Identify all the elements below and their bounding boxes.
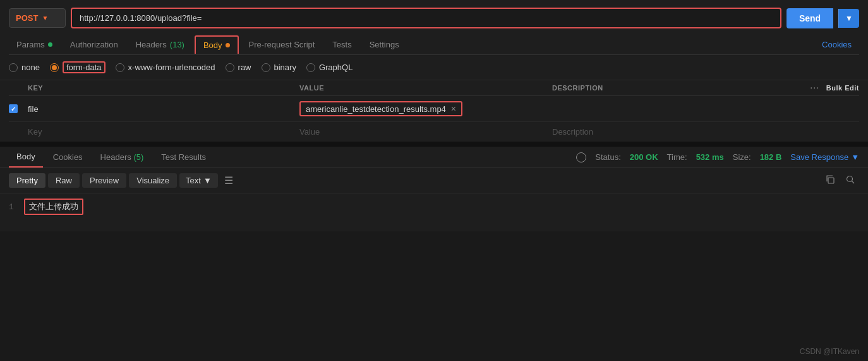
col-key: KEY [28,84,299,92]
description-placeholder[interactable]: Description [552,127,809,137]
radio-none-circle [9,63,18,72]
size-label: Size: [733,152,751,162]
res-tab-headers[interactable]: Headers (5) [93,147,152,167]
col-description: DESCRIPTION [552,84,809,92]
visualize-button[interactable]: Visualize [129,173,177,188]
url-row: POST ▼ Send ▼ [9,8,859,28]
radio-graphql[interactable]: GraphQL [306,63,353,72]
radio-form-data-circle [50,63,59,72]
radio-none[interactable]: none [9,63,40,72]
svg-point-1 [847,176,853,182]
value-clear-icon[interactable]: × [451,104,456,114]
time-label: Time: [667,152,687,162]
res-tab-test-results[interactable]: Test Results [154,147,214,167]
col-check [9,84,28,92]
radio-urlencoded-circle [116,63,124,72]
time-value: 532 ms [696,152,724,162]
response-text-1: 文件上传成功 [24,199,83,215]
table-row: file americanlie_testdetection_results.m… [9,96,859,122]
send-dropdown-button[interactable]: ▼ [838,9,859,28]
line-number-1: 1 [9,202,14,212]
row-checkbox[interactable] [9,104,28,113]
radio-urlencoded[interactable]: x-www-form-urlencoded [116,63,215,72]
format-type-dropdown[interactable]: Text ▼ [179,173,218,188]
watermark: CSDN @ITKaven [800,347,859,356]
send-button[interactable]: Send [787,8,833,28]
radio-form-data[interactable]: form-data [50,61,105,73]
save-response-chevron-icon: ▼ [851,152,859,162]
row-value-cell[interactable]: americanlie_testdetection_results.mp4 × [299,101,552,116]
col-value: VALUE [299,84,552,92]
request-tabs: Params Authorization Headers (13) Body P… [9,35,859,55]
value-placeholder[interactable]: Value [299,127,552,137]
res-tab-cookies[interactable]: Cookies [45,147,90,167]
body-dot [226,43,230,47]
cookies-link[interactable]: Cookies [814,35,859,54]
method-chevron-icon: ▼ [42,15,48,21]
copy-icon[interactable] [821,172,839,189]
preview-button[interactable]: Preview [82,173,126,188]
method-label: POST [16,13,38,23]
checkbox-checked[interactable] [9,104,18,113]
raw-button[interactable]: Raw [48,173,80,188]
pretty-button[interactable]: Pretty [9,173,45,188]
svg-line-2 [852,181,855,184]
radio-binary-circle [262,63,270,72]
tab-params[interactable]: Params [9,35,60,54]
table-header: KEY VALUE DESCRIPTION ··· Bulk Edit [9,80,859,96]
tab-settings[interactable]: Settings [362,35,407,54]
response-tabs-row: Body Cookies Headers (5) Test Results St… [0,147,868,168]
col-actions: ··· Bulk Edit [809,84,859,92]
radio-raw[interactable]: raw [226,63,251,72]
tab-body[interactable]: Body [195,35,239,54]
globe-icon [576,152,586,162]
body-type-row: none form-data x-www-form-urlencoded raw… [0,55,868,80]
status-label: Status: [595,152,620,162]
response-body: 1 文件上传成功 [0,193,868,231]
format-chevron-icon: ▼ [203,176,212,185]
row-key-cell[interactable]: file [28,104,299,114]
url-input[interactable] [71,8,781,28]
bulk-edit-button[interactable]: Bulk Edit [826,84,859,92]
tab-headers[interactable]: Headers (13) [128,35,192,54]
more-options-icon[interactable]: ··· [811,84,820,92]
save-response-button[interactable]: Save Response ▼ [790,152,859,162]
response-line-1: 1 文件上传成功 [9,199,859,215]
response-section: Body Cookies Headers (5) Test Results St… [0,147,868,231]
res-tab-body[interactable]: Body [9,147,43,168]
key-placeholder[interactable]: Key [28,127,299,137]
format-bar: Pretty Raw Preview Visualize Text ▼ ☰ [0,168,868,193]
section-divider [0,142,868,147]
radio-raw-circle [226,63,234,72]
table-empty-row: Key Value Description [9,122,859,142]
tab-tests[interactable]: Tests [325,35,359,54]
radio-form-data-label: form-data [63,61,105,73]
tab-authorization[interactable]: Authorization [63,35,126,54]
params-table: KEY VALUE DESCRIPTION ··· Bulk Edit file… [0,80,868,142]
size-value: 182 B [760,152,782,162]
method-select[interactable]: POST ▼ [9,8,66,28]
tab-pre-request[interactable]: Pre-request Script [241,35,323,54]
search-icon[interactable] [841,172,859,189]
params-dot [48,42,52,47]
radio-binary[interactable]: binary [262,63,296,72]
value-box: americanlie_testdetection_results.mp4 × [299,101,462,116]
svg-rect-0 [828,178,834,183]
response-meta: Status: 200 OK Time: 532 ms Size: 182 B … [576,152,859,162]
radio-graphql-circle [306,63,315,72]
status-value: 200 OK [630,152,658,162]
wrap-icon[interactable]: ☰ [220,172,237,189]
